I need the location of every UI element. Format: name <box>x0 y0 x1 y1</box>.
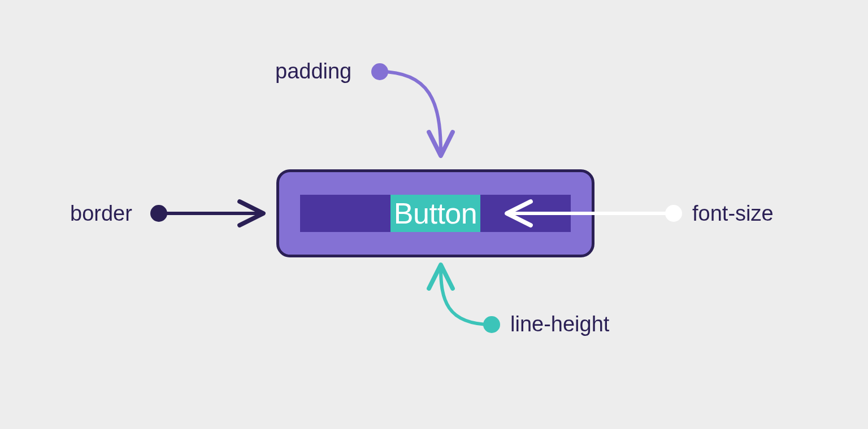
annotation-label-border: border <box>70 202 132 226</box>
annotation-label-fontsize: font-size <box>692 202 774 226</box>
annotation-label-lineheight: line-height <box>510 312 609 336</box>
annotation-arrow-padding <box>371 63 441 152</box>
svg-point-0 <box>150 205 167 222</box>
annotation-arrow-lineheight <box>441 268 500 333</box>
svg-point-2 <box>371 63 388 80</box>
svg-point-3 <box>665 205 682 222</box>
annotation-arrow-border <box>150 205 260 222</box>
button-border-region: Button <box>276 169 594 257</box>
annotation-label-padding: padding <box>275 59 351 84</box>
button-padding-region: Button <box>300 195 571 232</box>
svg-point-5 <box>483 316 500 333</box>
button-fontsize-highlight: Button <box>390 195 480 232</box>
button-anatomy-diagram: Button padding border font-size line-hei… <box>0 0 868 429</box>
button-label: Button <box>394 196 477 230</box>
